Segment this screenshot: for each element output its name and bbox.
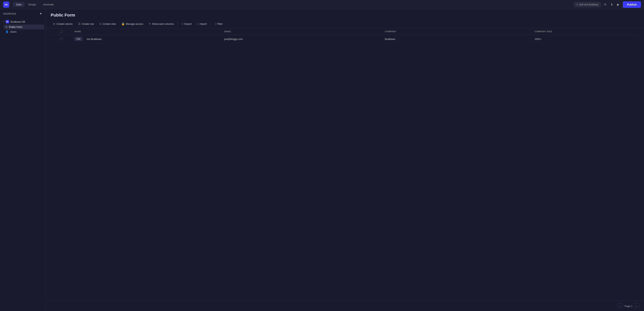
app-logo[interactable]: bb — [3, 2, 9, 8]
filter-button[interactable]: ⫶ Filter — [212, 21, 225, 26]
sidebar: Sources ▾ ▾ bb Budibase DB ⊞ Public Form… — [0, 9, 46, 311]
refresh-icon[interactable]: ⟳ — [603, 2, 607, 7]
data-table: Name Email Company Company Size — [51, 28, 640, 43]
create-column-button[interactable]: ⊟ Create column — [51, 21, 75, 26]
header-checkbox[interactable] — [60, 30, 63, 33]
sidebar-section: ▾ bb Budibase DB ⊞ Public Form 👤 Users — [0, 18, 46, 35]
table-icon: ⊞ — [6, 26, 8, 28]
sidebar-item-label-public-form: Public Form — [9, 26, 22, 28]
top-nav: bb Data Design Automate ⬡ Self-host Budi… — [0, 0, 644, 9]
row-email-value: joe@bloggs.com — [224, 38, 243, 40]
sidebar-item-public-form[interactable]: ⊞ Public Form — [4, 24, 44, 29]
import-button[interactable]: ⎌ Import — [195, 21, 209, 26]
add-source-button[interactable]: ▾ — [38, 12, 43, 16]
self-host-label: Self-host Budibase — [579, 3, 598, 6]
column-icon: ⊟ — [53, 22, 55, 25]
play-icon[interactable]: ▶ — [616, 2, 620, 7]
col-header-name: Name — [72, 28, 222, 35]
db-name-label: Budibase DB — [10, 20, 25, 23]
col-header-company: Company — [382, 28, 532, 35]
sidebar-header: Sources ▾ — [0, 9, 46, 18]
col-header-email: Email — [222, 28, 382, 35]
nav-tabs: Data Design Automate — [13, 2, 57, 7]
export-label: Export — [184, 22, 192, 25]
pagination-next-button[interactable]: › — [634, 303, 640, 309]
row-email-cell: joe@bloggs.com — [222, 35, 382, 43]
row-name-cell: Edit Joe Budibase — [72, 35, 222, 43]
nav-tab-automate[interactable]: Automate — [40, 2, 57, 7]
pagination-page-label: Page 1 — [624, 305, 632, 308]
self-host-icon: ⬡ — [576, 3, 578, 6]
row-company-size-cell: 1001+ — [532, 35, 640, 43]
sidebar-sub-items: ⊞ Public Form 👤 Users — [2, 24, 44, 34]
create-row-label: Create row — [82, 22, 94, 25]
import-icon: ⎌ — [197, 22, 198, 25]
export-button[interactable]: ⎋ Export — [179, 21, 194, 26]
lock-icon: 🔒 — [121, 22, 124, 25]
pagination-prev-button[interactable]: ‹ — [618, 303, 623, 309]
filter-label: Filter — [217, 22, 223, 25]
content-area: Public Form ⊟ Create column ☰ Create row… — [46, 9, 644, 311]
download-icon[interactable]: ⬇ — [610, 2, 614, 7]
toolbar: ⊟ Create column ☰ Create row ⊡ Create vi… — [46, 20, 644, 28]
sidebar-db-item[interactable]: ▾ bb Budibase DB — [2, 19, 44, 24]
pagination: ‹ Page 1 › — [46, 301, 644, 311]
table-body: Edit Joe Budibase joe@bloggs.com Budibas… — [51, 35, 640, 43]
table-header-row: Name Email Company Company Size — [51, 28, 640, 35]
nav-tab-data[interactable]: Data — [13, 2, 24, 7]
sidebar-item-users[interactable]: 👤 Users — [4, 29, 44, 34]
publish-button[interactable]: Publish — [623, 1, 641, 8]
show-auto-columns-button[interactable]: ✦ Show auto columns — [146, 21, 176, 26]
row-company-value: Budibase — [385, 38, 395, 40]
page-header: Public Form — [46, 9, 644, 20]
row-checkbox[interactable] — [60, 38, 63, 40]
create-column-label: Create column — [56, 22, 73, 25]
table-header: Name Email Company Company Size — [51, 28, 640, 35]
create-row-button[interactable]: ☰ Create row — [76, 21, 96, 26]
nav-tab-design[interactable]: Design — [25, 2, 39, 7]
row-checkbox-cell — [51, 35, 72, 43]
users-icon: 👤 — [6, 30, 8, 33]
wand-icon: ✦ — [148, 22, 151, 25]
main-layout: Sources ▾ ▾ bb Budibase DB ⊞ Public Form… — [0, 9, 644, 311]
manage-access-label: Manage access — [126, 22, 143, 25]
table-area: Name Email Company Company Size — [46, 28, 644, 301]
table-row: Edit Joe Budibase joe@bloggs.com Budibas… — [51, 35, 640, 43]
row-company-cell: Budibase — [382, 35, 532, 43]
import-label: Import — [200, 22, 207, 25]
export-icon: ⎋ — [182, 22, 183, 25]
col-header-check — [51, 28, 72, 35]
db-icon: bb — [6, 20, 9, 24]
view-icon: ⊡ — [99, 22, 102, 25]
create-view-label: Create view — [103, 22, 116, 25]
nav-right: ⬡ Self-host Budibase ⟳ ⬇ ▶ Publish — [574, 1, 641, 8]
row-company-size-value: 1001+ — [535, 38, 542, 40]
self-host-badge[interactable]: ⬡ Self-host Budibase — [574, 2, 601, 7]
show-auto-columns-label: Show auto columns — [152, 22, 174, 25]
sidebar-section-label: Sources — [3, 12, 16, 15]
collapse-icon: ▾ — [3, 21, 4, 23]
manage-access-button[interactable]: 🔒 Manage access — [119, 21, 146, 26]
page-title: Public Form — [51, 13, 640, 18]
row-icon: ☰ — [78, 22, 81, 25]
row-edit-button[interactable]: Edit — [74, 37, 82, 41]
col-header-company-size: Company Size — [532, 28, 640, 35]
toolbar-divider-1 — [178, 22, 178, 26]
row-name-value: Joe Budibase — [86, 38, 102, 40]
filter-icon: ⫶ — [215, 22, 216, 25]
sidebar-item-label-users: Users — [10, 30, 16, 33]
create-view-button[interactable]: ⊡ Create view — [97, 21, 118, 26]
